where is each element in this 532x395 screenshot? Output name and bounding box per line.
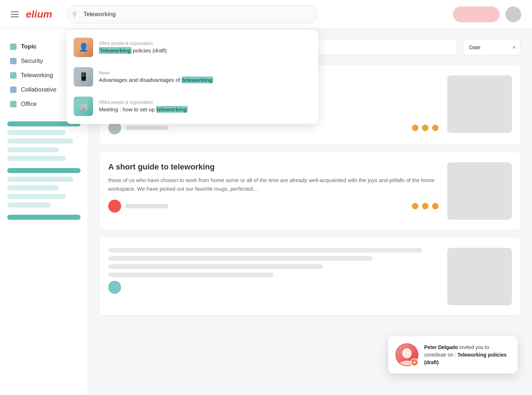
date-select-wrap: Date Newest first Oldest first Most rele… xyxy=(463,39,520,55)
notification-avatar-wrap: + xyxy=(395,343,418,366)
skeleton-body-3 xyxy=(108,248,439,305)
search-input[interactable] xyxy=(66,5,318,23)
search-result-3[interactable]: 🏢 Office people & organisaiton Meeting :… xyxy=(66,92,318,121)
article-excerpt-2: those of us who have chosen to work from… xyxy=(108,176,439,193)
meta-dots-2 xyxy=(412,203,439,209)
article-image-2 xyxy=(447,162,512,220)
sidebar-skeleton-2 xyxy=(7,168,81,208)
article-title-2: A short guide to teleworking xyxy=(108,162,439,172)
dot-5 xyxy=(422,203,428,209)
meta-dots-1 xyxy=(412,125,439,131)
notification-popup[interactable]: + Peter Delgado invited you to contribut… xyxy=(388,336,518,373)
sk-line xyxy=(108,273,274,277)
article-meta-2 xyxy=(108,200,439,213)
result-content-1: Office people & organisation Teleworking… xyxy=(99,41,311,54)
result-category-2: News xyxy=(99,70,311,75)
result-content-3: Office people & organisaiton Meeting : h… xyxy=(99,100,311,112)
notification-person-name: Peter Delgado xyxy=(424,344,458,350)
sidebar-label-collaborative: Collaborative xyxy=(21,86,56,93)
result-thumb-1: 👤 xyxy=(74,38,93,57)
result-title-2: Advantages and disadvantages of telework… xyxy=(99,77,311,83)
skeleton-bar xyxy=(7,156,66,161)
tag-icon-office xyxy=(10,101,17,107)
result-category-3: Office people & organisaiton xyxy=(99,100,311,105)
dot-4 xyxy=(412,203,418,209)
tag-icon-topic xyxy=(10,43,17,50)
tag-icon-collaborative xyxy=(10,87,17,93)
skeleton-meta-3 xyxy=(108,281,439,294)
tag-icon-security xyxy=(10,58,17,64)
sidebar-skeleton-3 xyxy=(7,215,81,220)
result-category-1: Office people & organisation xyxy=(99,41,311,46)
search-result-2[interactable]: 📱 News Advantages and disadvantages of t… xyxy=(66,62,318,92)
tag-icon-teleworking xyxy=(10,72,17,79)
search-icon: ⚲ xyxy=(72,10,77,18)
article-image-1 xyxy=(447,75,512,133)
skeleton-bar xyxy=(7,168,81,173)
skeleton-bar xyxy=(7,194,66,199)
result-title-1: Teleworking policies (draft) xyxy=(99,47,311,54)
dot-6 xyxy=(432,203,439,209)
logo: elium xyxy=(26,9,52,20)
dot-1 xyxy=(412,125,418,131)
sk-line xyxy=(108,248,422,252)
result-thumb-3: 🏢 xyxy=(74,97,93,116)
author-avatar-2 xyxy=(108,200,121,213)
svg-point-0 xyxy=(402,348,412,358)
dot-2 xyxy=(422,125,428,131)
notification-text: Peter Delgado invited you to contribute … xyxy=(424,344,509,366)
header-action-button[interactable] xyxy=(453,6,500,22)
header: elium ⚲ 👤 Office people & organisation T… xyxy=(0,0,532,29)
sidebar-label-teleworking: Teleworking xyxy=(21,72,53,79)
author-name-bar-1 xyxy=(125,126,169,130)
result-title-3: Meeting : how to set up teleworking xyxy=(99,106,311,112)
search-dropdown: 👤 Office people & organisation Teleworki… xyxy=(66,30,318,124)
article-card-2: A short guide to teleworking those of us… xyxy=(100,152,520,230)
skeleton-bar xyxy=(7,130,66,135)
result-content-2: News Advantages and disadvantages of tel… xyxy=(99,70,311,83)
menu-button[interactable] xyxy=(11,11,19,17)
skeleton-bar xyxy=(7,185,59,190)
dot-3 xyxy=(432,125,439,131)
result-thumb-2: 📱 xyxy=(74,67,93,87)
skeleton-bar xyxy=(7,147,59,152)
date-select[interactable]: Date Newest first Oldest first Most rele… xyxy=(463,39,520,55)
sidebar-label-topic: Topic xyxy=(21,43,37,50)
sidebar-label-office: Office xyxy=(21,101,37,108)
header-right xyxy=(453,6,521,22)
sidebar-label-security: Security xyxy=(21,57,43,65)
sidebar-skeleton-1 xyxy=(7,121,81,161)
search-result-1[interactable]: 👤 Office people & organisation Teleworki… xyxy=(66,33,318,62)
skeleton-image-3 xyxy=(447,248,512,305)
skeleton-bar xyxy=(7,215,81,220)
sk-line xyxy=(108,256,372,261)
notification-plus-icon: + xyxy=(411,358,418,366)
user-avatar[interactable] xyxy=(505,6,521,22)
skeleton-bar xyxy=(7,139,73,144)
skeleton-bar xyxy=(7,203,51,208)
article-body-2: A short guide to teleworking those of us… xyxy=(108,162,439,220)
skeleton-bar xyxy=(7,177,73,182)
skeleton-avatar-3 xyxy=(108,281,121,294)
skeleton-card-3 xyxy=(100,238,520,315)
sk-line xyxy=(108,264,323,269)
search-wrapper: ⚲ 👤 Office people & organisation Telewor… xyxy=(66,5,318,23)
author-name-bar-2 xyxy=(125,204,169,208)
